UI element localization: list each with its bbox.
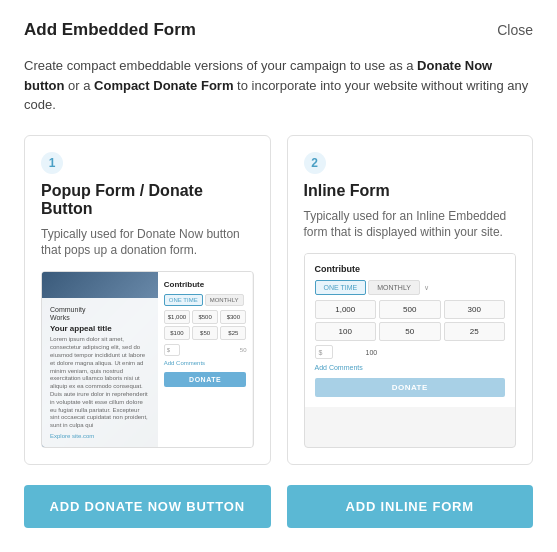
inline-amount-5[interactable]: 25 [444,322,506,341]
popup-right-panel: Contribute ONE TIME MONTHLY $1,000 $500 … [158,272,253,447]
custom-value1: 50 [240,347,247,353]
modal-container: Add Embedded Form Close Create compact e… [0,0,557,552]
inline-form-card: 2 Inline Form Typically used for an Inli… [287,135,534,466]
popup-left-panel: Community Works Your appeal title Lorem … [42,272,158,447]
card2-title: Inline Form [304,182,517,200]
desc-part2: or a [64,78,94,93]
popup-overlay: Community Works Your appeal title Lorem … [42,298,158,447]
amount-btn1-5[interactable]: $25 [220,326,246,340]
add-inline-form-button[interactable]: ADD INLINE FORM [287,485,534,528]
inline-amount-2[interactable]: 300 [444,300,506,319]
inline-amount-3[interactable]: 100 [315,322,377,341]
card1-number: 1 [41,152,63,174]
inline-custom-symbol: $ [319,349,323,356]
appeal-text: Lorem ipsum dolor sit amet, consectetur … [50,336,150,430]
logo-line1: Community [50,306,150,314]
inline-amount-0[interactable]: 1,000 [315,300,377,319]
inline-custom-row: $ 100 [315,345,506,359]
add-comments1[interactable]: Add Comments [164,360,247,366]
desc-bold2: Compact Donate Form [94,78,233,93]
logo-line2: Works [50,314,150,322]
inline-custom-box[interactable]: $ [315,345,333,359]
cards-row: 1 Popup Form / Donate Button Typically u… [24,135,533,466]
amount-btn1-0[interactable]: $1,000 [164,310,190,324]
contribute-title1: Contribute [164,280,247,289]
inline-amount-4[interactable]: 50 [379,322,441,341]
amount-btn1-3[interactable]: $100 [164,326,190,340]
card2-description: Typically used for an Inline Embedded fo… [304,208,517,242]
inline-donate-btn[interactable]: DONATE [315,378,506,397]
freq-monthly1[interactable]: MONTHLY [205,294,244,306]
custom-input-box1[interactable]: $ [164,344,180,356]
inline-freq-monthly[interactable]: MONTHLY [368,280,420,295]
freq-one-time1[interactable]: ONE TIME [164,294,203,306]
custom-symbol1: $ [167,347,170,353]
card1-title: Popup Form / Donate Button [41,182,254,218]
donate-btn1[interactable]: DONATE [164,372,247,387]
appeal-title: Your appeal title [50,324,150,333]
amount-btn1-2[interactable]: $300 [220,310,246,324]
popup-logo: Community Works [50,306,150,321]
contribute-title2: Contribute [315,264,506,274]
popup-preview-box: Community Works Your appeal title Lorem … [41,271,254,448]
amount-btn1-4[interactable]: $50 [192,326,218,340]
popup-form-card: 1 Popup Form / Donate Button Typically u… [24,135,271,466]
modal-title: Add Embedded Form [24,20,196,40]
desc-part1: Create compact embeddable versions of yo… [24,58,417,73]
inline-amount-grid: 1,000 500 300 100 50 25 [315,300,506,341]
close-button[interactable]: Close [497,22,533,38]
amount-grid1: $1,000 $500 $300 $100 $50 $25 [164,310,247,340]
inline-freq-one-time[interactable]: ONE TIME [315,280,367,295]
appeal-link: Explore site.com [50,433,150,439]
freq-row1: ONE TIME MONTHLY [164,294,247,306]
inline-add-comments[interactable]: Add Comments [315,364,506,371]
inline-freq-row: ONE TIME MONTHLY ∨ [315,280,506,295]
inline-amount-1[interactable]: 500 [379,300,441,319]
inline-preview-box: Contribute ONE TIME MONTHLY ∨ 1,000 500 … [304,253,517,448]
custom-input-row1: $ 50 [164,344,247,356]
modal-description: Create compact embeddable versions of yo… [24,56,533,115]
actions-row: ADD DONATE NOW BUTTON ADD INLINE FORM [24,485,533,528]
popup-preview: Community Works Your appeal title Lorem … [42,272,253,447]
inline-preview: Contribute ONE TIME MONTHLY ∨ 1,000 500 … [305,254,516,407]
amount-btn1-1[interactable]: $500 [192,310,218,324]
card2-number: 2 [304,152,326,174]
card1-description: Typically used for Donate Now button tha… [41,226,254,260]
freq-sep: ∨ [424,284,429,292]
modal-header: Add Embedded Form Close [24,20,533,40]
add-donate-button[interactable]: ADD DONATE NOW BUTTON [24,485,271,528]
inline-custom-value: 100 [366,349,378,356]
